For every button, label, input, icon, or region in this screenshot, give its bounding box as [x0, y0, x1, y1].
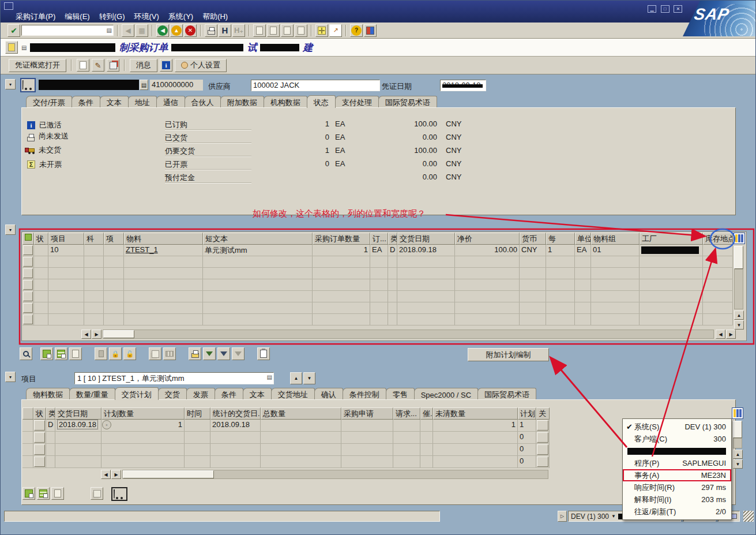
tab-texts-item[interactable]: 文本 [243, 388, 272, 400]
help-icon[interactable]: ? [350, 24, 363, 37]
tab-org-data[interactable]: 机构数据 [264, 96, 307, 108]
row-select-button[interactable] [22, 314, 34, 325]
cell-material[interactable]: ZTEST_1 [124, 245, 203, 256]
row-select-button[interactable] [22, 279, 34, 290]
cell-req-item[interactable] [393, 420, 420, 431]
copy-schedule-icon[interactable] [91, 487, 103, 500]
tab-texts[interactable]: 文本 [100, 96, 129, 108]
cell-itemcat[interactable] [104, 245, 124, 256]
column-header[interactable]: 订... [370, 233, 388, 245]
item-grid-scroll-right-icon[interactable]: ▶ [92, 330, 101, 339]
exit-circle-icon[interactable]: ▲ [170, 24, 183, 37]
item-overview-icon[interactable] [55, 347, 67, 360]
cell-currency[interactable]: CNY [520, 245, 546, 256]
cell-reminder[interactable] [420, 420, 433, 431]
item-grid-hscroll-track[interactable] [103, 330, 714, 339]
filter-icon[interactable] [217, 347, 230, 360]
next-page-icon[interactable] [281, 24, 294, 37]
additional-planning-button[interactable]: 附加计划编制 [468, 348, 549, 361]
column-header[interactable]: 单位 [575, 233, 591, 245]
cell-category[interactable]: D [46, 420, 55, 431]
document-overview-button[interactable]: 凭证概览打开 [9, 59, 66, 72]
cell-plan[interactable]: 0 [518, 432, 536, 443]
tab-invoice[interactable]: 发票 [186, 388, 215, 400]
copy-item-icon[interactable] [149, 347, 161, 360]
copy-circle-icon[interactable]: ▫ [102, 420, 111, 429]
find-icon[interactable]: H [219, 24, 231, 37]
schedule-overview-icon[interactable] [37, 487, 50, 500]
menu-goto[interactable]: 转到(G) [95, 10, 130, 23]
tab-partners[interactable]: 合伙人 [185, 96, 221, 108]
schedule-gray-icon[interactable] [51, 487, 64, 500]
cancel-circle-icon[interactable]: ✕ [184, 24, 197, 37]
paste-grid-icon[interactable] [163, 347, 176, 360]
item-selector-dropdown-icon[interactable]: ▤ [267, 374, 272, 380]
column-header[interactable]: 物料组 [591, 233, 640, 245]
cell-item[interactable]: 10 [48, 245, 84, 256]
tab-conditions[interactable]: 条件 [72, 96, 100, 108]
cell-plan[interactable]: 0 [518, 456, 536, 467]
column-header[interactable]: 工厂 [640, 233, 703, 245]
schedule-hscroll-thumb[interactable] [123, 470, 214, 478]
new-session-icon[interactable] [315, 24, 328, 37]
po-number-field[interactable]: 4100000000 [150, 80, 203, 91]
first-page-icon[interactable] [253, 24, 266, 37]
tab-delivery-address[interactable]: 交货地址 [271, 388, 315, 400]
tab-status[interactable]: 状态 [307, 95, 336, 108]
sort-ascending-icon[interactable] [203, 347, 216, 360]
tab-confirmations[interactable]: 确认 [314, 388, 343, 400]
command-field[interactable]: ▤ [21, 25, 114, 36]
column-header[interactable]: 项目 [48, 233, 84, 245]
cell-open-qty[interactable]: 1 [433, 420, 518, 431]
cell-delivery-date[interactable]: 2018.09.18 [55, 420, 101, 431]
personal-settings-button[interactable]: 个人设置 [175, 59, 227, 72]
cell-close-button[interactable] [536, 456, 550, 467]
back-circle-icon[interactable]: ◀ [156, 24, 169, 37]
maximize-button[interactable]: □ [661, 5, 670, 13]
item-grid-scroll-up-icon[interactable]: ▲ [734, 310, 744, 320]
column-header[interactable]: 每 [546, 233, 575, 245]
clipboard-icon[interactable] [257, 347, 270, 360]
schedule-detail-icon[interactable] [22, 487, 35, 500]
overview-toggle-icon[interactable] [5, 41, 18, 54]
cell-net-price[interactable]: 100.00 [455, 245, 520, 256]
statusbar-expand-icon[interactable]: ▷ [558, 511, 567, 522]
popup-item-transaction[interactable]: 事务(A)ME23N [623, 469, 731, 481]
menu-help[interactable]: 帮助(H) [198, 10, 232, 23]
popup-item-program[interactable]: 程序(P)SAPLMEGUI [623, 457, 731, 469]
command-dropdown-icon[interactable]: ▤ [107, 27, 112, 33]
tab-retail[interactable]: 零售 [386, 388, 415, 400]
messages-button[interactable]: 消息 [130, 59, 157, 72]
column-header[interactable]: 交货日期 [397, 233, 455, 245]
unlock-item-icon[interactable]: 🔓 [123, 347, 136, 360]
column-header[interactable]: 库存地点 [703, 233, 733, 245]
popup-item-client[interactable]: 客户端(C)300 [623, 433, 731, 445]
menu-edit[interactable]: 编辑(E) [60, 10, 94, 23]
schedule-scroll-down-icon[interactable]: ▼ [733, 459, 743, 469]
column-header[interactable]: 关 [536, 407, 550, 420]
cell-plan[interactable]: 0 [518, 444, 536, 455]
row-select-button[interactable] [22, 268, 34, 279]
print-icon[interactable] [205, 24, 217, 37]
cell-close-button[interactable] [536, 432, 550, 443]
item-grid-config-icon[interactable] [734, 233, 745, 244]
item-grid-vscroll-track[interactable] [734, 269, 743, 309]
row-select-button[interactable] [33, 420, 46, 431]
popup-item-interpret-time[interactable]: 解释时间(I)203 ms [623, 493, 731, 506]
cell-po-quantity[interactable]: 1 [313, 245, 370, 256]
tab-additional-data[interactable]: 附加数据 [220, 96, 264, 108]
tab-material-data[interactable]: 物料数据 [26, 388, 70, 400]
column-header[interactable]: 计划数量 [101, 407, 185, 420]
vendor-field[interactable]: 100002 JACK [251, 80, 380, 91]
schedule-scroll-right-icon[interactable]: ▶ [111, 470, 121, 479]
tab-conditions-item[interactable]: 条件 [215, 388, 243, 400]
minimize-button[interactable]: ▁ [648, 5, 656, 13]
system-menu-icon[interactable] [4, 2, 13, 10]
tab-quantities-weights[interactable]: 数量/重量 [69, 388, 115, 400]
cell-plan[interactable]: 1 [518, 420, 536, 431]
column-header[interactable]: 总数量 [261, 407, 341, 420]
column-header[interactable]: 物料 [124, 233, 203, 245]
column-header[interactable]: 采购申请 [341, 407, 393, 420]
info-icon-button[interactable]: i [160, 59, 172, 72]
item-grid-scroll-right2-icon[interactable]: ▶ [726, 330, 736, 339]
